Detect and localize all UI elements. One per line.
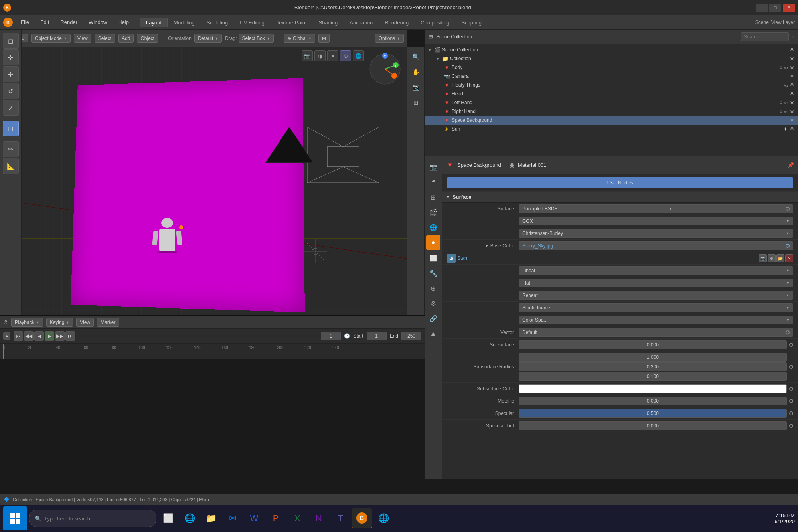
- tab-animation[interactable]: Animation: [344, 18, 379, 27]
- tl-view-btn[interactable]: View: [76, 318, 94, 327]
- tool-rotate[interactable]: ↺: [3, 83, 19, 99]
- vector-socket[interactable]: [786, 330, 790, 334]
- subsurface-radius-3[interactable]: 0.100: [519, 372, 787, 381]
- tool-active-selected[interactable]: ⊡: [3, 121, 19, 136]
- sidebar-grab-tool[interactable]: ✋: [409, 65, 423, 79]
- eye-icon-space-bg[interactable]: 👁: [790, 117, 795, 123]
- img-action-clear[interactable]: ✕: [785, 254, 793, 262]
- tree-item-head[interactable]: 🔻 Head 👁: [425, 89, 798, 98]
- tree-item-right-hand[interactable]: 🔻 Right Hand ⚙ V₅ 👁: [425, 107, 798, 116]
- tl-record-btn[interactable]: ●: [3, 332, 10, 340]
- subsurface-radius-1[interactable]: 1.000: [519, 353, 787, 362]
- taskbar-chrome-icon[interactable]: 🌐: [373, 508, 393, 528]
- specular-input[interactable]: 0.500: [519, 409, 787, 418]
- drag-dropdown[interactable]: Select Box ▼: [239, 34, 274, 43]
- tl-play-btn[interactable]: ▶: [45, 331, 54, 341]
- tab-shading[interactable]: Shading: [313, 18, 344, 27]
- tab-uv-editing[interactable]: UV Editing: [234, 18, 270, 27]
- eye-icon-scene[interactable]: 👁: [790, 47, 795, 53]
- tab-compositing[interactable]: Compositing: [415, 18, 455, 27]
- tool-cursor[interactable]: ✛: [3, 49, 19, 65]
- surface-section-header[interactable]: ▼ Surface: [442, 192, 798, 203]
- tl-marker-btn[interactable]: Marker: [97, 318, 119, 327]
- tab-scripting[interactable]: Scripting: [455, 18, 488, 27]
- taskbar-powerpoint-icon[interactable]: P: [266, 508, 286, 528]
- taskbar-outlook-icon[interactable]: ✉: [223, 508, 243, 528]
- tl-next-btn[interactable]: ▶▶: [55, 331, 65, 341]
- taskbar-teams-icon[interactable]: T: [330, 508, 350, 528]
- subsurface-radius-2[interactable]: 0.200: [519, 362, 787, 371]
- tl-jump-end-btn[interactable]: ⏭: [65, 331, 75, 341]
- minimize-button[interactable]: ─: [756, 4, 768, 12]
- sidebar-camera-view[interactable]: 📷: [409, 81, 423, 94]
- options-dropdown[interactable]: Options ▼: [375, 34, 404, 43]
- tool-move[interactable]: ✢: [3, 66, 19, 82]
- tab-rendering[interactable]: Rendering: [379, 18, 415, 27]
- subsurface-color-socket[interactable]: [789, 387, 793, 391]
- tab-texture-paint[interactable]: Texture Paint: [271, 18, 313, 27]
- tl-prev-btn[interactable]: ◀: [34, 331, 44, 341]
- snapping-btn[interactable]: ⊞: [318, 34, 330, 43]
- object-mode-dropdown[interactable]: Object Mode ▼: [31, 34, 71, 43]
- tl-prev-frame-btn[interactable]: ◀◀: [24, 331, 34, 341]
- outliner-search[interactable]: [741, 32, 789, 41]
- subsurface-color-swatch[interactable]: [519, 384, 787, 393]
- use-nodes-button[interactable]: Use Nodes: [447, 177, 793, 188]
- tree-item-space-background[interactable]: 🔻 Space Background 👁: [425, 116, 798, 125]
- object-btn[interactable]: Object: [137, 34, 158, 43]
- menu-window[interactable]: Window: [85, 18, 110, 26]
- metallic-input[interactable]: 0.000: [519, 397, 787, 405]
- sidebar-view-tool[interactable]: 🔍: [409, 50, 423, 64]
- modifier-props-btn[interactable]: 🔧: [426, 266, 440, 280]
- add-btn[interactable]: Add: [118, 34, 134, 43]
- outliner-filter-btn[interactable]: ≡: [791, 34, 794, 40]
- maximize-button[interactable]: □: [769, 4, 781, 12]
- windows-start-button[interactable]: [3, 506, 27, 530]
- tool-scale[interactable]: ⤢: [3, 100, 19, 116]
- ggx-dropdown[interactable]: GGX ▼: [519, 217, 793, 225]
- tl-jump-start-btn[interactable]: ⏮: [14, 331, 23, 341]
- taskbar-edge-icon[interactable]: 🌐: [180, 508, 200, 528]
- viewport-3d[interactable]: Z Y 📷 ◑ ● ⊙ 🌐: [22, 47, 407, 315]
- tree-item-camera[interactable]: 📷 Camera 👁: [425, 72, 798, 81]
- taskbar-blender-icon[interactable]: B: [352, 508, 372, 528]
- eye-icon-sun[interactable]: 👁: [790, 126, 795, 132]
- base-color-dropdown[interactable]: Starry_Sky.jpg: [519, 241, 793, 250]
- tree-item-collection[interactable]: ▼ 📁 Collection 👁: [425, 54, 798, 63]
- subsurface-radius-socket[interactable]: [789, 365, 793, 369]
- pivot-dropdown[interactable]: ⊕ Global ▼: [284, 34, 316, 43]
- tl-current-frame[interactable]: 1: [321, 332, 341, 340]
- christensen-dropdown[interactable]: Christensen-Burley ▼: [519, 229, 793, 238]
- tree-item-scene-collection[interactable]: ▼ 🎬 Scene Collection 👁: [425, 45, 798, 54]
- tree-item-sun[interactable]: ☀ Sun ✦ 👁: [425, 125, 798, 133]
- eye-icon-camera[interactable]: 👁: [790, 73, 795, 79]
- orientation-dropdown[interactable]: Default ▼: [194, 34, 222, 43]
- material-preview-btn[interactable]: ⊙: [340, 50, 351, 61]
- view-btn[interactable]: View: [74, 34, 91, 43]
- physics-props-btn[interactable]: ⚙: [426, 296, 440, 310]
- tool-annotate[interactable]: ✏: [3, 141, 19, 157]
- specular-tint-input[interactable]: 0.000: [519, 421, 787, 430]
- surface-type-dropdown[interactable]: Principled BSDF ▼: [519, 204, 793, 213]
- tab-modeling[interactable]: Modeling: [168, 18, 201, 27]
- surface-socket[interactable]: [786, 207, 790, 211]
- eye-icon-right-hand[interactable]: 👁: [790, 109, 795, 115]
- eye-icon-floaty[interactable]: 👁: [790, 82, 795, 88]
- single-image-dropdown[interactable]: Single Image ▼: [519, 303, 793, 312]
- menu-file[interactable]: File: [18, 18, 32, 26]
- tab-sculpting[interactable]: Sculpting: [201, 18, 234, 27]
- eye-icon-body[interactable]: 👁: [790, 65, 795, 71]
- taskbar-excel-icon[interactable]: X: [287, 508, 307, 528]
- viewport-shading-dropdown[interactable]: ◑: [314, 50, 326, 61]
- img-action-copy[interactable]: ⊕: [768, 254, 776, 262]
- taskbar-onenote-icon[interactable]: N: [309, 508, 329, 528]
- specular-tint-socket[interactable]: [789, 424, 793, 428]
- vector-dropdown[interactable]: Default: [519, 328, 793, 337]
- tool-measure[interactable]: 📐: [3, 158, 19, 174]
- eye-icon-left-hand[interactable]: 👁: [790, 100, 795, 106]
- timeline-bar[interactable]: 1 20 40 60 80 100 120 140 160 180 200 22…: [0, 343, 425, 359]
- navigation-gizmo[interactable]: Z Y: [367, 51, 403, 87]
- flat-dropdown[interactable]: Flat ▼: [519, 279, 793, 287]
- keying-dropdown[interactable]: Keying ▼: [46, 318, 73, 327]
- tab-layout[interactable]: Layout: [140, 18, 168, 27]
